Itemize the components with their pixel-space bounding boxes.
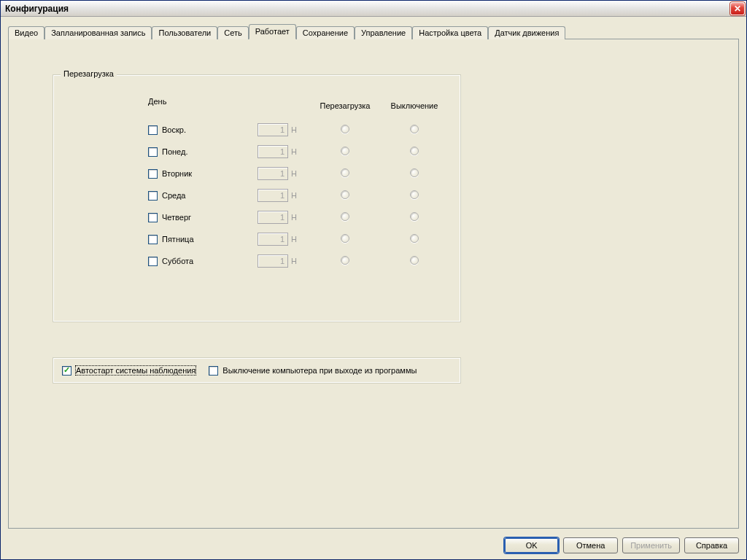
checkbox-day-saturday[interactable]	[148, 257, 158, 266]
hour-input-friday[interactable]	[258, 233, 288, 246]
checkbox-autostart[interactable]	[62, 366, 71, 376]
radio-shutdown-thursday[interactable]	[410, 212, 419, 221]
radio-reboot-friday[interactable]	[341, 234, 349, 243]
radio-shutdown-friday[interactable]	[410, 234, 419, 243]
cancel-button[interactable]: Отмена	[563, 537, 618, 553]
window-title: Конфигурация	[5, 4, 730, 14]
hour-input-wednesday[interactable]	[258, 189, 288, 202]
hour-suffix: H	[291, 169, 297, 178]
hour-input-saturday[interactable]	[258, 254, 288, 268]
reboot-legend: Перезагрузка	[61, 69, 117, 78]
config-window: Конфигурация ✕ Видео Запланированная зап…	[0, 0, 747, 560]
tab-video[interactable]: Видео	[8, 26, 44, 39]
tab-color[interactable]: Настройка цвета	[412, 26, 488, 39]
radio-shutdown-monday[interactable]	[410, 147, 419, 155]
label-day-sunday: Воскр.	[162, 125, 186, 134]
tab-save[interactable]: Сохранение	[296, 26, 355, 39]
label-day-friday: Пятница	[162, 235, 194, 244]
radio-reboot-thursday[interactable]	[341, 212, 349, 221]
label-autostart: Автостарт системы наблюдения	[76, 366, 196, 375]
hour-input-thursday[interactable]	[258, 211, 288, 224]
options-groupbox: Автостарт системы наблюдения Выключение …	[53, 357, 461, 384]
checkbox-day-monday[interactable]	[148, 147, 158, 157]
label-day-tuesday: Вторник	[162, 169, 192, 178]
button-bar: OK Отмена Применить Справка	[1, 533, 746, 559]
label-day-wednesday: Среда	[162, 191, 185, 200]
radio-reboot-tuesday[interactable]	[341, 168, 349, 177]
label-day-saturday: Суббота	[162, 257, 193, 265]
tab-control[interactable]: Управление	[355, 26, 412, 39]
hour-suffix: H	[291, 213, 297, 222]
header-shutdown: Выключение	[382, 101, 447, 110]
radio-reboot-saturday[interactable]	[341, 256, 349, 265]
header-reboot: Перезагрузка	[309, 101, 382, 110]
label-shutdown-on-exit: Выключение компьютера при выходе из прог…	[222, 366, 417, 375]
schedule-table: День Перезагрузка Выключение Воскр. H	[68, 97, 446, 268]
checkbox-shutdown-on-exit[interactable]	[209, 366, 218, 376]
checkbox-day-wednesday[interactable]	[148, 191, 158, 201]
label-day-thursday: Четверг	[162, 213, 191, 222]
titlebar: Конфигурация ✕	[1, 1, 746, 17]
checkbox-day-friday[interactable]	[148, 235, 158, 244]
help-button[interactable]: Справка	[684, 537, 739, 553]
ok-button[interactable]: OK	[504, 537, 559, 553]
label-day-monday: Понед.	[162, 147, 187, 156]
header-day: День	[148, 97, 258, 114]
tab-panel-running: Перезагрузка День Перезагрузка Выключени…	[8, 39, 739, 529]
radio-reboot-sunday[interactable]	[341, 125, 349, 133]
hour-input-tuesday[interactable]	[258, 167, 288, 180]
radio-shutdown-sunday[interactable]	[410, 125, 419, 133]
radio-reboot-wednesday[interactable]	[341, 190, 349, 199]
tab-running[interactable]: Работает	[249, 24, 296, 39]
hour-input-sunday[interactable]	[258, 123, 288, 136]
tab-scheduled-record[interactable]: Запланированная запись	[44, 26, 152, 39]
reboot-groupbox: Перезагрузка День Перезагрузка Выключени…	[53, 74, 461, 322]
radio-shutdown-wednesday[interactable]	[410, 190, 419, 199]
apply-button[interactable]: Применить	[622, 537, 680, 553]
radio-shutdown-saturday[interactable]	[410, 256, 419, 265]
hour-suffix: H	[291, 125, 297, 134]
radio-shutdown-tuesday[interactable]	[410, 168, 419, 177]
hour-suffix: H	[291, 147, 297, 156]
hour-suffix: H	[291, 191, 297, 200]
close-icon[interactable]: ✕	[730, 2, 745, 15]
tab-motion[interactable]: Датчик движения	[488, 26, 565, 39]
content-area: Видео Запланированная запись Пользовател…	[1, 17, 746, 533]
checkbox-day-thursday[interactable]	[148, 213, 158, 222]
hour-suffix: H	[291, 235, 297, 244]
hour-suffix: H	[291, 257, 297, 265]
tab-users[interactable]: Пользователи	[152, 26, 217, 39]
checkbox-day-tuesday[interactable]	[148, 169, 158, 179]
checkbox-day-sunday[interactable]	[148, 125, 158, 135]
hour-input-monday[interactable]	[258, 145, 288, 158]
radio-reboot-monday[interactable]	[341, 147, 349, 155]
tab-network[interactable]: Сеть	[217, 26, 248, 39]
tabstrip: Видео Запланированная запись Пользовател…	[8, 24, 739, 39]
